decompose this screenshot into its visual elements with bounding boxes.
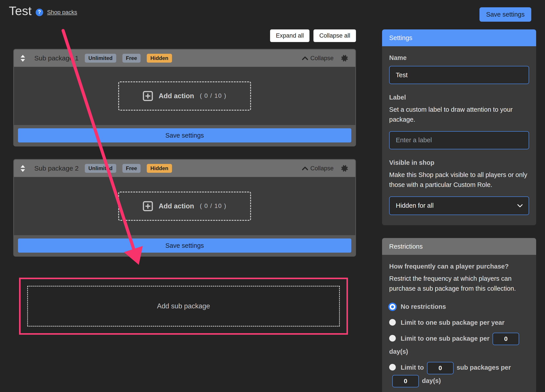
add-action-button[interactable]: Add action ( 0 / 10 ): [118, 81, 251, 110]
days-field[interactable]: [392, 375, 419, 387]
gear-icon[interactable]: [340, 54, 349, 62]
restrictions-panel: Restrictions How frequently can a player…: [382, 238, 536, 392]
badge-free: Free: [122, 164, 141, 173]
chevron-down-icon: [517, 204, 523, 208]
drag-handle-icon[interactable]: [21, 165, 25, 172]
badge-free: Free: [122, 54, 141, 63]
collapse-all-button[interactable]: Collapse all: [313, 29, 356, 42]
name-field[interactable]: [389, 66, 529, 84]
radio-icon[interactable]: [389, 319, 396, 326]
expand-collapse-toolbar: Expand all Collapse all: [13, 29, 356, 42]
settings-panel-header: Settings: [382, 29, 536, 46]
expand-all-button[interactable]: Expand all: [270, 29, 310, 42]
option-no-restrictions[interactable]: No restrictions: [389, 300, 529, 313]
sub-package-card: Sub package 1 Unlimited Free Hidden Coll…: [13, 49, 356, 147]
option-limit-per-year[interactable]: Limit to one sub package per year: [389, 316, 529, 329]
collapse-toggle[interactable]: Collapse: [302, 165, 334, 172]
label-field[interactable]: [389, 131, 529, 149]
sub-package-body: Add action ( 0 / 10 ): [14, 67, 355, 125]
restriction-options: No restrictions Limit to one sub package…: [389, 300, 529, 392]
add-action-button[interactable]: Add action ( 0 / 10 ): [118, 192, 251, 221]
restrictions-description: Restrict the frequency at which players …: [389, 274, 529, 294]
label-label: Label: [389, 94, 529, 101]
sub-package-footer: Save settings: [14, 235, 355, 256]
badge-hidden: Hidden: [147, 164, 172, 173]
page-title: Test: [9, 4, 32, 18]
sub-package-footer: Save settings: [14, 125, 355, 146]
visibility-select[interactable]: Hidden for all: [389, 196, 529, 215]
collapse-toggle[interactable]: Collapse: [302, 55, 334, 62]
restrictions-question: How frequently can a player purchase?: [389, 263, 529, 270]
plus-square-icon: [143, 91, 153, 101]
page-header: Test ? Shop packs: [9, 4, 77, 18]
package-count-field[interactable]: [427, 362, 454, 374]
radio-icon[interactable]: [389, 364, 396, 371]
radio-icon[interactable]: [389, 335, 396, 342]
sub-package-title: Sub package 1: [34, 55, 79, 62]
sub-package-title: Sub package 2: [34, 165, 79, 172]
settings-panel: Settings Name Label Set a custom label t…: [382, 29, 536, 225]
sub-package-save-button[interactable]: Save settings: [18, 239, 351, 253]
drag-handle-icon[interactable]: [21, 55, 25, 62]
visible-in-shop-description: Make this Shop pack visible to all playe…: [389, 170, 529, 190]
badge-unlimited: Unlimited: [85, 164, 116, 173]
breadcrumb[interactable]: Shop packs: [47, 9, 77, 16]
restrictions-panel-body: How frequently can a player purchase? Re…: [382, 255, 536, 392]
annotation-highlight-box: Add sub package: [19, 278, 348, 335]
restrictions-panel-header: Restrictions: [382, 238, 536, 255]
sub-package-card: Sub package 2 Unlimited Free Hidden Coll…: [13, 159, 356, 257]
badge-unlimited: Unlimited: [85, 54, 116, 63]
badge-hidden: Hidden: [147, 54, 172, 63]
save-settings-button[interactable]: Save settings: [479, 7, 531, 22]
plus-square-icon: [143, 201, 153, 211]
chevron-up-icon: [302, 56, 308, 60]
visible-in-shop-label: Visible in shop: [389, 159, 529, 166]
gear-icon[interactable]: [340, 164, 349, 172]
sub-package-save-button[interactable]: Save settings: [18, 128, 351, 142]
sub-package-body: Add action ( 0 / 10 ): [14, 177, 355, 235]
option-limit-count-per-days[interactable]: Limit tosub packages perday(s): [389, 361, 529, 387]
days-field[interactable]: [493, 333, 519, 345]
settings-panel-body: Name Label Set a custom label to draw at…: [382, 46, 536, 225]
sub-package-header: Sub package 1 Unlimited Free Hidden Coll…: [14, 49, 355, 67]
option-limit-one-per-days[interactable]: Limit to one sub package perday(s): [389, 332, 529, 358]
name-label: Name: [389, 54, 529, 61]
chevron-up-icon: [302, 166, 308, 170]
label-description: Set a custom label to draw attention to …: [389, 105, 529, 125]
add-sub-package-button[interactable]: Add sub package: [27, 286, 340, 326]
radio-selected-icon[interactable]: [390, 304, 395, 310]
sub-package-header: Sub package 2 Unlimited Free Hidden Coll…: [14, 160, 355, 177]
option-single-purchase-limit[interactable]: Disable package when bought by someone (…: [389, 391, 529, 392]
help-icon[interactable]: ?: [36, 9, 43, 16]
